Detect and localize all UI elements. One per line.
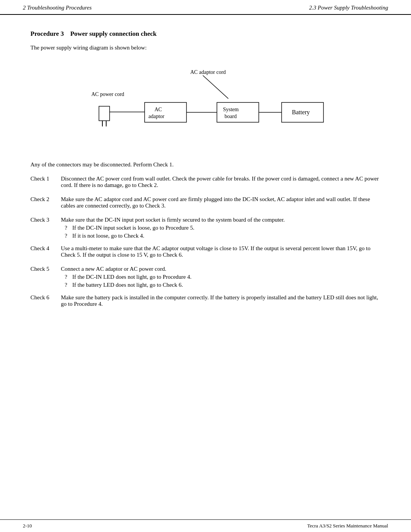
check-item-1: Check 1Disconnect the AC power cord from… — [30, 176, 381, 190]
check-body-5: Connect a new AC adaptor or AC power cor… — [61, 266, 381, 288]
check-label-2: Check 2 — [30, 196, 61, 203]
check-label-6: Check 6 — [30, 294, 61, 301]
bullet-icon: ? — [65, 274, 72, 280]
check-text-3: Make sure that the DC-IN input port sock… — [61, 217, 381, 223]
connector-text: Any of the connectors may be disconnecte… — [30, 161, 381, 168]
check-text-4: Use a multi-meter to make sure that the … — [61, 245, 381, 258]
check-item-3: Check 3Make sure that the DC-IN input po… — [30, 217, 381, 239]
bullet-icon: ? — [65, 225, 72, 231]
check-item-6: Check 6Make sure the battery pack is ins… — [30, 294, 381, 309]
svg-text:AC adaptor cord: AC adaptor cord — [190, 69, 226, 75]
svg-text:board: board — [225, 113, 237, 119]
svg-text:Battery: Battery — [292, 109, 310, 116]
checks-section: Any of the connectors may be disconnecte… — [30, 161, 381, 309]
check-body-1: Disconnect the AC power cord from wall o… — [61, 176, 381, 190]
svg-rect-11 — [217, 102, 259, 122]
check-body-3: Make sure that the DC-IN input port sock… — [61, 217, 381, 239]
bullet-item: ? If the DC-IN LED does not light, go to… — [65, 274, 381, 280]
bullet-item: ? If the DC-IN input socket is loose, go… — [65, 225, 381, 231]
bullet-icon: ? — [65, 233, 72, 239]
bullet-text: If the DC-IN LED does not light, go to P… — [72, 274, 191, 280]
bullet-text: If the DC-IN input socket is loose, go t… — [72, 225, 194, 231]
page: 2 Troubleshooting Procedures 2.3 Power S… — [0, 0, 411, 532]
svg-text:AC: AC — [155, 107, 162, 112]
procedure-heading: Power supply connection check — [70, 30, 157, 37]
header-right: 2.3 Power Supply Troubleshooting — [309, 5, 388, 11]
check-item-4: Check 4Use a multi-meter to make sure th… — [30, 245, 381, 260]
header-left: 2 Troubleshooting Procedures — [23, 5, 92, 11]
check-label-4: Check 4 — [30, 245, 61, 252]
intro-text: The power supply wiring diagram is shown… — [30, 45, 381, 51]
footer-page: 2-10 — [23, 523, 32, 529]
check-body-4: Use a multi-meter to make sure that the … — [61, 245, 381, 260]
check-body-6: Make sure the battery pack is installed … — [61, 294, 381, 309]
check-label-3: Check 3 — [30, 217, 61, 223]
main-content: Procedure 3 Power supply connection chec… — [0, 15, 411, 338]
svg-text:System: System — [223, 107, 239, 112]
check-text-1: Disconnect the AC power cord from wall o… — [61, 176, 381, 189]
checks-container: Check 1Disconnect the AC power cord from… — [30, 176, 381, 309]
svg-rect-7 — [145, 102, 186, 122]
bullet-item: ? If it is not loose, go to Check 4. — [65, 233, 381, 239]
bullet-text: If it is not loose, go to Check 4. — [72, 233, 144, 239]
svg-line-2 — [203, 75, 228, 99]
footer: 2-10 Tecra A3/S2 Series Maintenance Manu… — [0, 519, 411, 532]
procedure-number: Procedure 3 — [30, 30, 64, 37]
svg-text:adaptor: adaptor — [148, 113, 164, 119]
bullet-text: If the battery LED does not light, go to… — [72, 282, 183, 288]
check-item-5: Check 5Connect a new AC adaptor or AC po… — [30, 266, 381, 288]
check-item-2: Check 2Make sure the AC adaptor cord and… — [30, 196, 381, 211]
wiring-diagram: AC power cord AC adaptor cord AC adaptor — [30, 62, 381, 146]
bullet-icon: ? — [65, 282, 72, 288]
svg-rect-3 — [99, 106, 110, 121]
procedure-title: Procedure 3 Power supply connection chec… — [30, 30, 381, 38]
bullet-item: ? If the battery LED does not light, go … — [65, 282, 381, 288]
check-label-1: Check 1 — [30, 176, 61, 182]
check-text-2: Make sure the AC adaptor cord and AC pow… — [61, 196, 381, 209]
diagram-svg: AC power cord AC adaptor cord AC adaptor — [68, 62, 342, 142]
check-text-6: Make sure the battery pack is installed … — [61, 294, 381, 307]
check-label-5: Check 5 — [30, 266, 61, 272]
svg-text:AC power cord: AC power cord — [91, 91, 124, 97]
header: 2 Troubleshooting Procedures 2.3 Power S… — [0, 0, 411, 15]
footer-title: Tecra A3/S2 Series Maintenance Manual — [307, 523, 388, 529]
check-text-5: Connect a new AC adaptor or AC power cor… — [61, 266, 381, 272]
check-body-2: Make sure the AC adaptor cord and AC pow… — [61, 196, 381, 211]
